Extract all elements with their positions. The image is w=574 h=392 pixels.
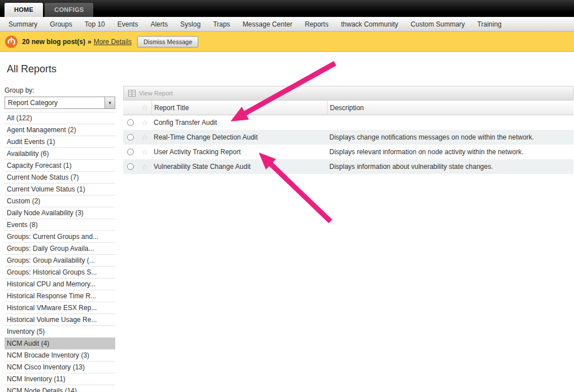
report-title-link[interactable]: Vulnerability State Change Audit: [151, 163, 327, 171]
table-row[interactable]: ☆ User Activity Tracking Report Displays…: [123, 145, 573, 159]
report-title-link[interactable]: User Activity Tracking Report: [151, 148, 327, 156]
table-header-row: ☆ Report Title Description: [123, 101, 573, 115]
category-item[interactable]: Agent Management (2): [5, 124, 115, 136]
group-by-select[interactable]: Report Category ▼: [5, 97, 115, 109]
report-radio[interactable]: [127, 119, 134, 126]
table-body: ☆ Config Transfer Audit ☆ Real-Time Chan…: [123, 115, 573, 174]
thwack-icon: [5, 35, 18, 49]
dismiss-message-button[interactable]: Dismiss Message: [137, 36, 198, 47]
category-item[interactable]: Groups: Current Groups and...: [5, 231, 115, 243]
report-title-column-header[interactable]: Report Title: [151, 101, 327, 115]
radio-cell: [123, 134, 138, 141]
category-item[interactable]: Daily Node Availability (3): [5, 207, 115, 219]
menu-item[interactable]: Reports: [298, 20, 334, 28]
chevron-down-icon: ▼: [105, 97, 115, 108]
nav-tab[interactable]: CONFIGS: [45, 3, 93, 17]
report-radio[interactable]: [127, 163, 134, 170]
category-item[interactable]: Historical VMware ESX Rep...: [5, 302, 115, 314]
table-row[interactable]: ☆ Vulnerability State Change Audit Displ…: [123, 159, 573, 174]
category-item[interactable]: Groups: Daily Group Availa...: [5, 243, 115, 255]
category-item[interactable]: All (122): [5, 112, 115, 124]
table-row[interactable]: ☆ Config Transfer Audit: [123, 115, 573, 130]
category-item[interactable]: Capacity Forecast (1): [5, 160, 115, 172]
favorite-star-icon[interactable]: ☆: [138, 149, 151, 156]
category-item[interactable]: Historical CPU and Memory...: [5, 278, 115, 290]
category-item[interactable]: Audit Events (1): [5, 136, 115, 148]
top-tab-bar: HOMECONFIGS: [0, 0, 574, 17]
nav-tab[interactable]: HOME: [5, 3, 43, 17]
category-item[interactable]: Groups: Group Availability (...: [5, 255, 115, 267]
favorite-star-icon[interactable]: ☆: [138, 134, 151, 141]
banner-message: 20 new blog post(s): [22, 38, 85, 46]
report-radio[interactable]: [127, 149, 134, 155]
category-item[interactable]: NCM Brocade Inventory (3): [5, 350, 115, 361]
report-title-link[interactable]: Config Transfer Audit: [151, 119, 327, 127]
favorite-star-icon[interactable]: ☆: [138, 163, 151, 171]
category-item[interactable]: Availability (6): [5, 148, 115, 160]
main-menu: SummaryGroupsTop 10EventsAlertsSyslogTra…: [0, 17, 574, 32]
description-column-header[interactable]: Description: [327, 101, 573, 115]
menu-item[interactable]: Message Center: [236, 20, 298, 28]
category-item[interactable]: Groups: Historical Groups S...: [5, 267, 115, 278]
report-description: Displays relevant information on node ac…: [327, 148, 573, 156]
reports-panel: View Report ☆ Report Title Description ☆…: [123, 86, 573, 174]
menu-item[interactable]: Groups: [44, 20, 78, 28]
table-row[interactable]: ☆ Real-Time Change Detection Audit Displ…: [123, 130, 573, 145]
menu-item[interactable]: Training: [471, 20, 508, 28]
reports-toolbar: View Report: [123, 86, 573, 101]
report-category-sidebar: Group by: Report Category ▼ All (122)Age…: [5, 86, 116, 392]
report-description: Displays change notifications messages o…: [327, 133, 573, 141]
category-item[interactable]: NCM Audit (4): [5, 338, 115, 350]
group-by-label: Group by:: [5, 86, 116, 94]
category-item[interactable]: NCM Node Details (14): [5, 385, 115, 392]
favorite-star-icon[interactable]: ☆: [138, 119, 151, 127]
notification-banner: 20 new blog post(s) » More Details Dismi…: [0, 32, 574, 52]
menu-item[interactable]: Custom Summary: [405, 20, 471, 28]
view-report-button[interactable]: View Report: [139, 90, 173, 97]
category-item[interactable]: Custom (2): [5, 195, 115, 207]
menu-item[interactable]: Alerts: [144, 20, 174, 28]
menu-item[interactable]: Syslog: [174, 20, 207, 28]
radio-column-header: [123, 101, 138, 115]
category-item[interactable]: NCM Cisco Inventory (13): [5, 361, 115, 373]
page-title: All Reports: [7, 63, 56, 75]
menu-item[interactable]: Summary: [2, 20, 44, 28]
menu-item[interactable]: Events: [111, 20, 145, 28]
menu-item[interactable]: Traps: [207, 20, 236, 28]
radio-cell: [123, 119, 138, 126]
category-item[interactable]: Historical Volume Usage Re...: [5, 314, 115, 326]
category-item[interactable]: NCM Inventory (11): [5, 373, 115, 385]
favorite-column-header-star-icon: ☆: [138, 101, 151, 115]
category-item[interactable]: Current Node Status (7): [5, 172, 115, 184]
more-details-link[interactable]: More Details: [94, 38, 132, 46]
report-radio[interactable]: [127, 134, 134, 141]
menu-item[interactable]: thwack Community: [334, 20, 404, 28]
category-item[interactable]: Inventory (5): [5, 326, 115, 338]
group-by-selected-value: Report Category: [5, 99, 105, 107]
category-item[interactable]: Current Volume Status (1): [5, 184, 115, 195]
menu-item[interactable]: Top 10: [79, 20, 111, 28]
category-list: All (122)Agent Management (2)Audit Event…: [5, 112, 115, 392]
radio-cell: [123, 149, 138, 155]
category-item[interactable]: Events (8): [5, 219, 115, 231]
report-title-link[interactable]: Real-Time Change Detection Audit: [151, 133, 327, 141]
view-report-icon: [128, 90, 136, 97]
category-item[interactable]: Historical Response Time R...: [5, 290, 115, 302]
app-window: HOMECONFIGS SummaryGroupsTop 10EventsAle…: [0, 0, 574, 392]
radio-cell: [123, 163, 138, 170]
report-description: Displays information about vulnerability…: [327, 163, 573, 171]
banner-separator: »: [88, 38, 92, 46]
